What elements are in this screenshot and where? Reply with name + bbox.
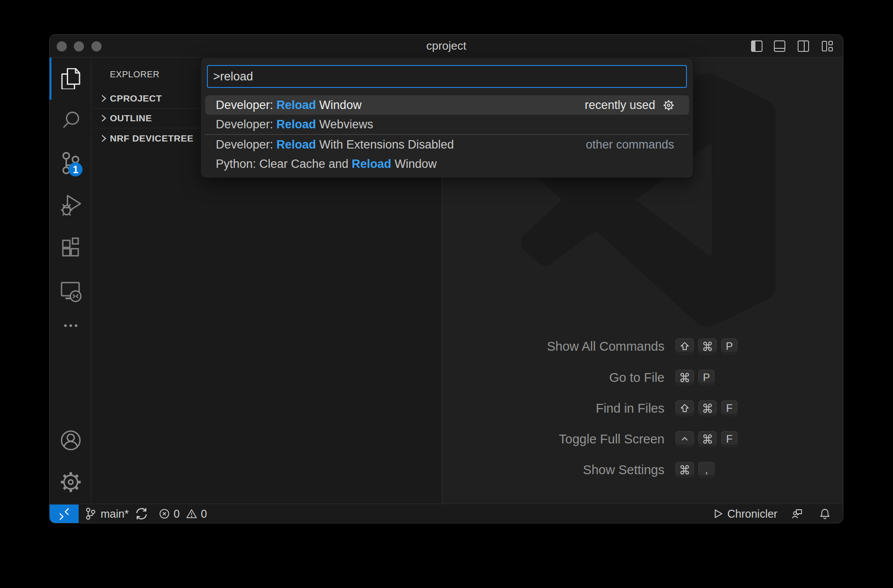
svg-text:1: 1 bbox=[73, 164, 78, 175]
